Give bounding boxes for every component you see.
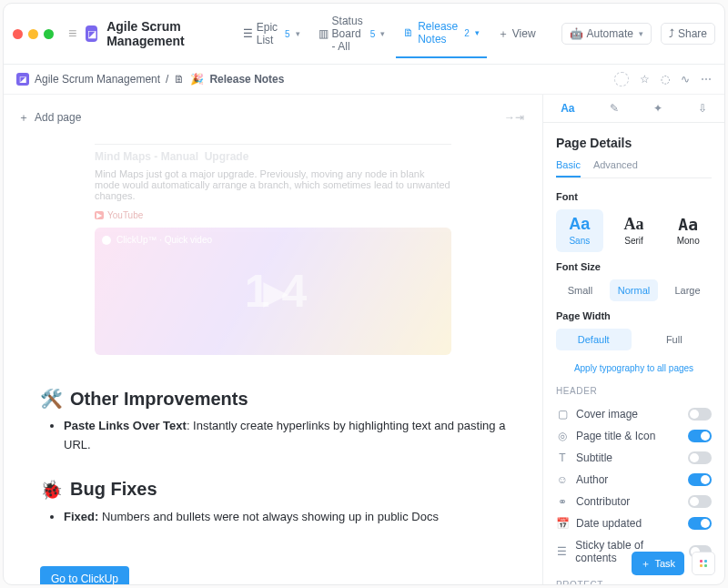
heading-text: Bug Fixes <box>70 479 157 500</box>
side-tab-ai[interactable]: ✦ <box>653 102 662 115</box>
protect-section-label: PROTECT <box>556 580 712 584</box>
calendar-icon: 📅 <box>556 517 569 530</box>
toggle-cover-image[interactable] <box>688 408 712 421</box>
theme-icon[interactable] <box>614 72 629 86</box>
collapse-arrow-icon[interactable]: →⇥ <box>500 107 528 127</box>
bullet-bold: Fixed: <box>64 510 98 523</box>
maximize-window[interactable] <box>44 29 54 39</box>
improvement-item: Paste Links Over Text: Instantly create … <box>64 417 506 455</box>
plus-icon: ＋ <box>498 26 509 42</box>
side-tab-export[interactable]: ⇩ <box>698 102 707 115</box>
breadcrumb-emoji: 🎉 <box>190 73 204 86</box>
comment-icon[interactable]: ◌ <box>661 73 670 86</box>
faded-prev-content: Mind Maps - Manual Upgrade Mind Maps jus… <box>4 144 542 355</box>
toggle-subtitle[interactable] <box>688 451 712 464</box>
youtube-chip: ▶ YouTube <box>95 210 143 220</box>
chevron-down-icon: ▾ <box>296 29 300 38</box>
add-page-button[interactable]: ＋ Add page →⇥ <box>4 107 542 138</box>
page-width-full[interactable]: Full <box>637 329 713 350</box>
font-size-label: Font Size <box>556 261 712 272</box>
apps-button[interactable] <box>692 552 715 575</box>
board-icon: ▥ <box>318 28 329 40</box>
heading-text: Other Improvements <box>70 389 248 410</box>
bug-icon: 🐞 <box>40 479 63 501</box>
video-corner-label: ClickUp™ · Quick video <box>102 235 212 245</box>
close-window[interactable] <box>13 29 23 39</box>
add-view-button[interactable]: ＋ View <box>490 21 543 47</box>
new-task-button[interactable]: ＋Task <box>632 552 684 575</box>
sidebar-toggle-icon[interactable]: ≡ <box>68 25 76 42</box>
breadcrumb-page[interactable]: Release Notes <box>209 73 284 86</box>
font-option-mono[interactable]: AaMono <box>664 209 712 252</box>
tab-epic-list[interactable]: ☰ Epic List 5 ▾ <box>236 15 308 52</box>
tab-badge: 5 <box>370 29 376 39</box>
breadcrumb-root[interactable]: Agile Scrum Management <box>35 73 160 86</box>
other-improvements-heading: 🛠️ Other Improvements <box>40 388 506 410</box>
bug-fixes-heading: 🐞 Bug Fixes <box>40 479 506 501</box>
more-icon[interactable]: ⋯ <box>701 73 712 86</box>
row-author: ☺Author <box>556 469 712 491</box>
tab-release-notes[interactable]: 🗎 Release Notes 2 ▾ <box>396 15 487 51</box>
tab-badge: 2 <box>464 28 470 38</box>
image-icon: ▢ <box>556 408 569 421</box>
automate-button[interactable]: 🤖 Automate ▾ <box>561 23 652 45</box>
toggle-title-icon[interactable] <box>688 430 712 442</box>
workspace-icon: ◪ <box>16 73 29 86</box>
video-embed[interactable]: ClickUp™ · Quick video 1▸4 <box>95 228 451 355</box>
page-width-default[interactable]: Default <box>556 329 632 350</box>
font-label: Font <box>556 191 712 202</box>
doc-icon: 🗎 <box>174 73 185 86</box>
youtube-label: YouTube <box>107 210 143 220</box>
app-icon: ◪ <box>86 25 97 42</box>
person-icon: ☺ <box>556 473 569 486</box>
automate-label: Automate <box>587 27 633 40</box>
row-date-updated: 📅Date updated <box>556 512 712 534</box>
font-size-large[interactable]: Large <box>663 279 712 301</box>
plus-icon: ＋ <box>641 557 651 571</box>
toggle-author[interactable] <box>688 473 712 486</box>
subtab-basic[interactable]: Basic <box>556 159 581 177</box>
subtab-advanced[interactable]: Advanced <box>593 159 638 177</box>
star-icon[interactable]: ☆ <box>640 73 650 86</box>
robot-icon: 🤖 <box>570 27 583 40</box>
row-title-icon: ◎Page title & Icon <box>556 425 712 447</box>
toggle-contributor[interactable] <box>688 495 712 508</box>
font-size-normal[interactable]: Normal <box>610 279 658 301</box>
apply-all-link[interactable]: Apply typography to all pages <box>556 363 712 373</box>
workspace-title[interactable]: Agile Scrum Management <box>106 19 217 48</box>
page-details-title: Page Details <box>556 136 712 150</box>
font-size-small[interactable]: Small <box>556 279 604 301</box>
add-view-label: View <box>512 27 536 40</box>
minimize-window[interactable] <box>28 29 38 39</box>
header-section-label: HEADER <box>556 386 712 396</box>
doc-icon: 🗎 <box>403 27 414 39</box>
tab-status-board[interactable]: ▥ Status Board - All 5 ▾ <box>311 9 393 58</box>
text-icon: T <box>556 451 569 464</box>
link-icon[interactable]: ∿ <box>681 73 690 86</box>
row-subtitle: TSubtitle <box>556 447 712 469</box>
row-cover-image: ▢Cover image <box>556 403 712 425</box>
bug-item: Fixed: Numbers and bullets were not alwa… <box>64 508 506 527</box>
tab-badge: 5 <box>285 29 290 39</box>
font-option-sans[interactable]: AaSans <box>556 209 603 252</box>
chevron-down-icon: ▾ <box>380 29 385 38</box>
tab-label: Epic List <box>257 21 279 46</box>
toggle-date-updated[interactable] <box>688 517 712 530</box>
side-tab-typography[interactable]: Aa <box>561 102 574 115</box>
list-icon: ☰ <box>556 545 568 558</box>
page-width-label: Page Width <box>556 310 712 321</box>
share-icon: ⤴ <box>669 27 674 40</box>
share-button[interactable]: ⤴ Share <box>661 23 715 45</box>
go-to-clickup-button[interactable]: Go to ClickUp <box>40 566 129 584</box>
side-tab-magic[interactable]: ✎ <box>610 102 619 115</box>
people-icon: ⚭ <box>556 495 569 508</box>
plus-icon: ＋ <box>18 110 29 126</box>
font-option-serif[interactable]: AaSerif <box>611 209 658 252</box>
tab-label: Status Board - All <box>332 15 365 53</box>
youtube-icon: ▶ <box>95 211 104 219</box>
tab-label: Release Notes <box>418 20 459 46</box>
chevron-down-icon: ▾ <box>475 28 480 37</box>
add-page-label: Add page <box>35 111 81 124</box>
target-icon: ◎ <box>556 430 569 442</box>
list-icon: ☰ <box>243 28 253 40</box>
